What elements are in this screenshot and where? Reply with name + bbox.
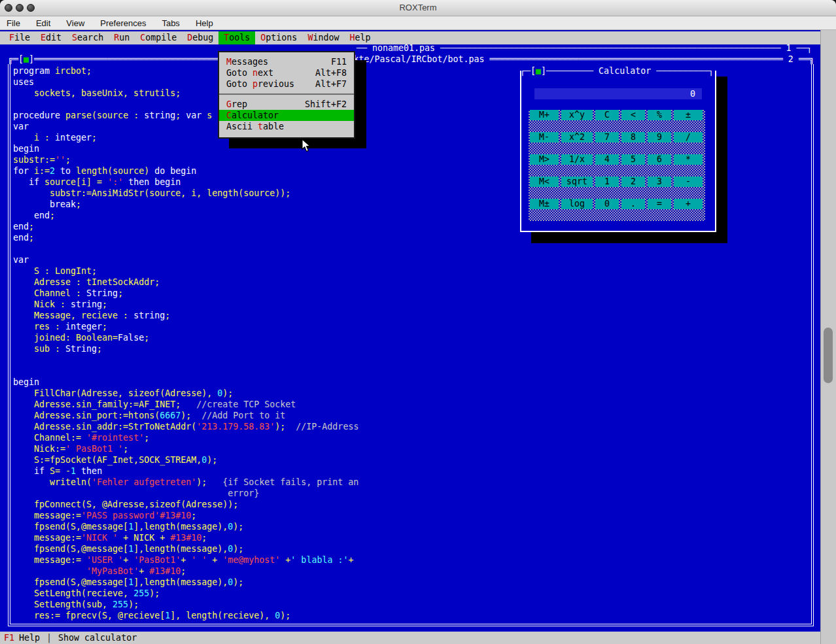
ide-menubar: FileEditSearchRunCompileDebugToolsOption… bbox=[0, 31, 820, 44]
window2-title[interactable]: kte/Pascal/IRCbot/bot.pas bbox=[353, 54, 484, 64]
calc-key--[interactable]: * bbox=[674, 154, 703, 165]
menu-item-messages[interactable]: MessagesF11 bbox=[219, 56, 354, 67]
ide-menu-compile[interactable]: Compile bbox=[135, 31, 182, 44]
statusbar-help-label[interactable]: Help bbox=[19, 632, 40, 643]
code-line: Nick:=' PasBot1 '; bbox=[13, 443, 358, 454]
menu-item-shortcut: Alt+F7 bbox=[315, 78, 347, 90]
roxterm-menu-preferences[interactable]: Preferences bbox=[100, 18, 146, 28]
calc-key-5[interactable]: 5 bbox=[621, 154, 645, 165]
terminal-scrollbar[interactable] bbox=[820, 30, 836, 644]
ide-menu-edit[interactable]: Edit bbox=[35, 31, 67, 44]
calculator-keypad: M+x^yC<%±M-x^2789/M>1/x456*M<sqrt123-M±l… bbox=[529, 110, 705, 221]
code-line: sub : String; bbox=[13, 343, 358, 354]
calc-key-log[interactable]: log bbox=[561, 199, 593, 209]
calc-key-8[interactable]: 8 bbox=[621, 132, 645, 143]
calc-key-m-[interactable]: M+ bbox=[530, 110, 559, 120]
code-line: fpsend(S,@message[1],length(message),0); bbox=[13, 543, 358, 554]
calc-key-m-[interactable]: M> bbox=[530, 154, 559, 165]
roxterm-menubar: FileEditViewPreferencesTabsHelp bbox=[0, 16, 836, 30]
code-line: begin bbox=[13, 377, 358, 388]
window2-number[interactable]: 2 bbox=[788, 54, 793, 64]
ide-menu-help[interactable]: Help bbox=[344, 31, 375, 44]
calc-key--[interactable]: . bbox=[621, 199, 645, 209]
calc-key--[interactable]: = bbox=[648, 199, 671, 209]
ide-menu-window[interactable]: Window bbox=[302, 31, 344, 44]
tools-menu: MessagesF11Goto nextAlt+F8Goto previousA… bbox=[218, 51, 355, 139]
ide-menu-file[interactable]: File bbox=[4, 31, 35, 44]
calculator-display: 0 bbox=[534, 88, 702, 99]
calc-key-3[interactable]: 3 bbox=[648, 177, 671, 187]
titlebar[interactable]: ROXTerm bbox=[0, 0, 836, 16]
ide-menu-search[interactable]: Search bbox=[67, 31, 109, 44]
calc-key-x-y[interactable]: x^y bbox=[561, 110, 593, 120]
code-line: message:= 'USER '+ 'PasBot1'+ ' ' + 'me@… bbox=[13, 554, 358, 566]
code-line: Adresse : tInetSockAddr; bbox=[13, 277, 358, 288]
calc-key-x-2[interactable]: x^2 bbox=[561, 132, 593, 143]
code-line: Message, recieve : string; bbox=[13, 310, 358, 321]
code-line: res:= fprecv(S, @recieve[1], length(reci… bbox=[13, 610, 358, 621]
calc-key-sqrt[interactable]: sqrt bbox=[561, 177, 593, 187]
code-line: Channel : String; bbox=[13, 288, 358, 299]
menu-item-goto-previous[interactable]: Goto previousAlt+F7 bbox=[219, 78, 354, 90]
code-line: res : integer; bbox=[13, 321, 358, 332]
calc-key-6[interactable]: 6 bbox=[648, 154, 671, 165]
window1-number[interactable]: 1 bbox=[786, 43, 791, 53]
statusbar-separator: | bbox=[46, 632, 52, 643]
calc-key-4[interactable]: 4 bbox=[595, 154, 619, 165]
menu-item-ascii-table[interactable]: Ascii table bbox=[219, 121, 354, 132]
ide-menu-debug[interactable]: Debug bbox=[182, 31, 218, 44]
calc-key-7[interactable]: 7 bbox=[595, 132, 619, 143]
menu-item-label: Ascii table bbox=[226, 121, 284, 132]
calculator-dialog[interactable]: ┌─[■]───────── Calculator ──────────┐ 0 … bbox=[520, 65, 716, 232]
roxterm-menu-file[interactable]: File bbox=[7, 18, 20, 28]
roxterm-menu-view[interactable]: View bbox=[66, 18, 84, 28]
ide-menu-run[interactable]: Run bbox=[109, 31, 135, 44]
calc-key-2[interactable]: 2 bbox=[621, 177, 645, 187]
code-line: if source[i] = ':' then begin bbox=[13, 177, 358, 188]
calc-key--[interactable]: % bbox=[648, 110, 671, 120]
window-title: ROXTerm bbox=[0, 3, 836, 12]
roxterm-menu-edit[interactable]: Edit bbox=[36, 18, 50, 28]
code-line: end; bbox=[13, 221, 358, 232]
scrollbar-thumb[interactable] bbox=[824, 328, 833, 383]
menu-item-grep[interactable]: GrepShift+F2 bbox=[219, 99, 354, 110]
calc-key-1-x[interactable]: 1/x bbox=[561, 154, 593, 165]
ide-statusbar: F1 Help | Show calculator bbox=[0, 632, 820, 644]
calc-key-c[interactable]: C bbox=[595, 110, 619, 120]
ide-menu-tools[interactable]: Tools bbox=[218, 31, 255, 44]
code-line: Channel:= '#rointest'; bbox=[13, 432, 358, 443]
terminal-screen[interactable]: FileEditSearchRunCompileDebugToolsOption… bbox=[0, 30, 820, 644]
calc-key--[interactable]: - bbox=[674, 177, 703, 187]
calc-key-9[interactable]: 9 bbox=[648, 132, 671, 143]
menu-item-calculator[interactable]: Calculator bbox=[219, 110, 354, 121]
window2-close-icon[interactable]: ■ bbox=[24, 54, 29, 64]
editor-window2-titlebar[interactable]: ╔═[■]═══════════════════════════════════… bbox=[8, 54, 814, 65]
code-line: fpConnect(S, @Adresse,sizeof(Adresse)); bbox=[13, 499, 358, 510]
code-line: fpsend(S,@message[1],length(message),0); bbox=[13, 577, 358, 588]
calc-key--[interactable]: + bbox=[674, 199, 703, 209]
code-line bbox=[13, 243, 358, 254]
calc-key--[interactable]: / bbox=[674, 132, 703, 143]
menu-item-goto-next[interactable]: Goto nextAlt+F8 bbox=[219, 67, 354, 78]
calc-key-m-[interactable]: M± bbox=[530, 199, 559, 209]
calc-key-1[interactable]: 1 bbox=[595, 177, 619, 187]
calc-key--[interactable]: < bbox=[621, 110, 645, 120]
statusbar-hint: Show calculator bbox=[58, 632, 137, 643]
ide-menu-options[interactable]: Options bbox=[255, 31, 302, 44]
calc-key-0[interactable]: 0 bbox=[595, 199, 619, 209]
window1-title[interactable]: noname01.pas bbox=[372, 43, 435, 53]
roxterm-menu-tabs[interactable]: Tabs bbox=[162, 18, 179, 28]
code-line: for i:=2 to length(source) do begin bbox=[13, 165, 358, 177]
menu-item-shortcut: Shift+F2 bbox=[305, 99, 347, 110]
code-line: Adresse.sin_family:=AF_INET; //create TC… bbox=[13, 399, 358, 410]
menu-separator bbox=[219, 93, 354, 95]
roxterm-menu-help[interactable]: Help bbox=[196, 18, 213, 28]
menu-item-label: Goto next bbox=[226, 67, 273, 78]
calc-key-m-[interactable]: M< bbox=[530, 177, 559, 187]
calc-key-m-[interactable]: M- bbox=[530, 132, 559, 143]
calc-key--[interactable]: ± bbox=[674, 110, 703, 120]
statusbar-f1-key[interactable]: F1 bbox=[4, 632, 14, 643]
code-line: fpsend(S,@message[1],length(message),0); bbox=[13, 521, 358, 532]
code-line: Adresse.sin_addr:=StrToNetAddr('213.179.… bbox=[13, 421, 358, 432]
code-line: FillChar(Adresse, sizeof(Adresse), 0); bbox=[13, 388, 358, 399]
